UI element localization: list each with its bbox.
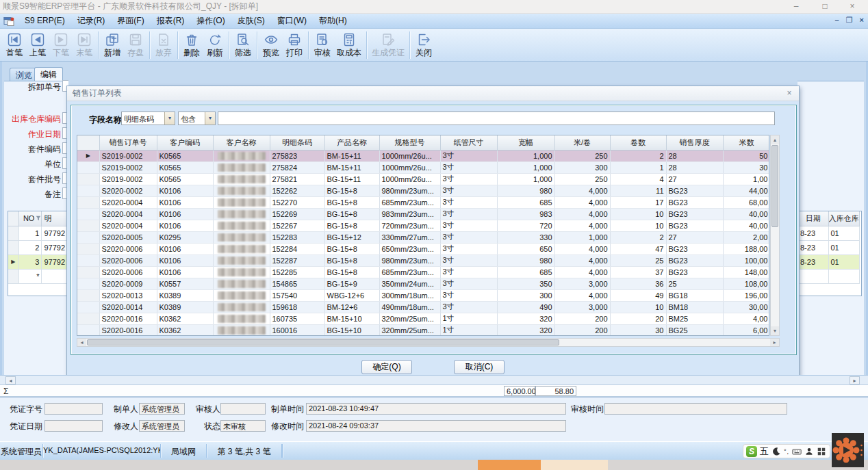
grid-col-7[interactable]: 宽幅 <box>497 135 554 150</box>
sogou-icon[interactable]: S <box>746 446 757 457</box>
table-row[interactable]: S2019-0002K0565275821BG-15+111000mm/26u.… <box>77 173 769 185</box>
minimize-button[interactable]: – <box>783 0 809 14</box>
hscroll-thumb[interactable] <box>87 339 559 345</box>
toolbar-button-refresh[interactable]: 刷新 <box>203 30 227 60</box>
grid-col-5[interactable]: 规格型号 <box>379 135 440 150</box>
grid-horizontal-scrollbar[interactable]: ◂ ▸ <box>77 338 780 347</box>
table-row[interactable]: S2020-0004K0106152267BG-15+8720mm/23um..… <box>77 220 769 231</box>
table-row[interactable]: S2020-0006K0106152285BG-15+8685mm/23um..… <box>77 266 769 278</box>
mdi-restore-button[interactable]: ❐ <box>846 16 853 25</box>
table-row[interactable]: ▶397792 <box>8 254 68 269</box>
toolbar-button-preview[interactable]: 预览 <box>259 30 283 60</box>
grid-col-11[interactable]: 米数 <box>723 135 769 150</box>
close-button[interactable]: × <box>839 0 865 14</box>
ime-mode-label[interactable]: 五 <box>760 445 769 458</box>
scroll-left-icon[interactable]: ◂ <box>77 339 86 346</box>
tab-edit[interactable]: 编辑 <box>34 67 63 81</box>
toolbar-button-add[interactable]: 新增 <box>101 30 124 60</box>
toolbar-button-delete[interactable]: 删除 <box>180 30 203 60</box>
grid-col-1[interactable]: 客户编码 <box>157 135 213 150</box>
table-row[interactable]: S2020-0006K0106152284BG-15+8650mm/23um..… <box>77 243 769 254</box>
chevron-down-icon[interactable]: ▾ <box>164 112 175 125</box>
table-row[interactable]: S2020-0013K0389157540WBG-12+6300mm/18um.… <box>77 289 769 301</box>
chevron-down-icon[interactable]: ▾ <box>205 112 215 125</box>
operator-select[interactable]: 包含 ▾ <box>178 112 216 125</box>
table-row[interactable]: 8-2301 <box>798 254 859 269</box>
grid-col-4[interactable]: 产品名称 <box>324 135 379 150</box>
detail-grid-left-table: NO明197792297792▶397792* <box>8 211 68 284</box>
toolbar-button-close[interactable]: 关闭 <box>412 30 435 60</box>
vscroll-thumb[interactable] <box>771 145 778 227</box>
moon-icon[interactable] <box>771 447 781 456</box>
scroll-left-icon[interactable]: ◂ <box>5 376 16 384</box>
field-select[interactable]: 明细条码 ▾ <box>121 112 175 125</box>
table-row[interactable]: S2020-0016K0362160735BM-15+10320mm/25um.… <box>77 313 769 324</box>
left-grid-col-code[interactable]: 明 <box>42 211 68 226</box>
toolbar-button-first[interactable]: 首笔 <box>3 30 26 60</box>
scroll-right-icon[interactable]: ▸ <box>770 339 779 346</box>
menu-item[interactable]: 报表(R) <box>151 14 191 27</box>
table-row[interactable]: S2020-0004K0106152269BG-15+8983mm/23um..… <box>77 208 769 220</box>
scroll-up-icon[interactable]: ▴ <box>771 135 779 144</box>
scroll-right-icon[interactable]: ▸ <box>850 376 860 384</box>
toolbar-button-prev[interactable]: 上笔 <box>26 30 49 60</box>
detail-grid-right[interactable]: 日期入库仓库8-23018-23018-2301 <box>797 211 862 296</box>
table-row[interactable]: S2020-0006K0106152287BG-15+8980mm/23um..… <box>77 254 769 266</box>
menu-item[interactable]: 窗口(W) <box>271 14 313 27</box>
grid-col-3[interactable]: 明细条码 <box>270 135 324 150</box>
scroll-down-icon[interactable]: ▾ <box>771 326 779 335</box>
table-row[interactable]: S2020-0014K0389159618BM-12+6490mm/18um..… <box>77 301 769 313</box>
menu-item[interactable]: 记录(R) <box>71 14 112 27</box>
table-row[interactable]: 197792 <box>8 226 68 240</box>
taskbar-active-button[interactable] <box>478 460 541 470</box>
cancel-button[interactable]: 取消(C) <box>454 360 505 374</box>
grid-col-10[interactable]: 销售厚度 <box>666 135 723 150</box>
grid-col-8[interactable]: 米/卷 <box>554 135 610 150</box>
mdi-minimize-button[interactable]: – <box>835 16 839 25</box>
grid-col-6[interactable]: 纸管尺寸 <box>440 135 497 150</box>
table-row[interactable]: S2020-0009K0557154865BG-15+9350mm/24um..… <box>77 278 769 289</box>
detail-grid-left[interactable]: NO明197792297792▶397792* <box>8 211 68 296</box>
menu-item[interactable]: S9 ERP(E) <box>18 14 71 27</box>
table-row[interactable]: S2019-0002K0565275824BM-15+111000mm/26u.… <box>77 161 769 173</box>
footer-label: 审核人 <box>194 404 220 415</box>
grid-vertical-scrollbar[interactable]: ▴ ▾ <box>770 135 780 336</box>
person-icon[interactable] <box>804 447 814 456</box>
toolbox-grid-icon[interactable] <box>817 447 826 456</box>
table-row[interactable]: S2020-0004K0106152270BG-15+8685mm/23um..… <box>77 196 769 208</box>
mdi-close-button[interactable]: × <box>860 16 864 25</box>
ok-button[interactable]: 确定(Q) <box>361 360 412 374</box>
grid-col-0[interactable]: 销售订单号 <box>99 135 157 150</box>
punctuation-icon[interactable]: °, <box>784 448 789 455</box>
left-grid-col-no[interactable]: NO <box>18 211 42 226</box>
sales-order-grid[interactable]: 销售订单号客户编码客户名称明细条码产品名称规格型号纸管尺寸宽幅米/卷卷数销售厚度… <box>77 135 769 336</box>
filter-value-input[interactable] <box>218 112 775 125</box>
table-row[interactable]: S2020-0002K0106152262BG-15+8980mm/23um..… <box>77 185 769 196</box>
table-row[interactable]: 8-2301 <box>798 240 859 254</box>
dialog-close-icon[interactable]: × <box>784 88 795 99</box>
grid-col-9[interactable]: 卷数 <box>610 135 666 150</box>
brand-logo[interactable] <box>832 433 864 467</box>
right-grid-col-date[interactable]: 日期 <box>798 211 828 226</box>
toolbar-button-cost[interactable]: 取成本 <box>334 30 364 60</box>
toolbar-button-filter[interactable]: 筛选 <box>231 30 255 60</box>
right-grid-col-warehouse[interactable]: 入库仓库 <box>828 211 859 226</box>
filter-funnel-icon[interactable] <box>36 214 41 220</box>
menu-item[interactable]: 帮助(H) <box>313 14 353 27</box>
table-row[interactable]: * <box>8 269 68 283</box>
grid-col-2[interactable]: 客户名称 <box>213 135 270 150</box>
menu-item[interactable]: 皮肤(S) <box>231 14 271 27</box>
toolbar-button-print[interactable]: 打印 <box>283 30 306 60</box>
footer-label: 状态 <box>194 421 220 432</box>
table-row[interactable]: S2020-0016K0362160016BG-15+10320mm/25um.… <box>77 324 769 336</box>
menu-item[interactable]: 操作(O) <box>190 14 231 27</box>
table-row[interactable]: S2020-0005K0295152283BG-15+12330mm/27um.… <box>77 231 769 243</box>
table-row[interactable]: 297792 <box>8 240 68 254</box>
menu-item[interactable]: 界面(F) <box>111 14 150 27</box>
keyboard-icon[interactable] <box>792 447 802 456</box>
table-row[interactable]: ▶S2019-0002K0565275823BM-15+111000mm/26u… <box>77 150 769 161</box>
table-row[interactable]: 8-2301 <box>798 226 859 240</box>
toolbar-button-audit[interactable]: 审核 <box>311 30 334 60</box>
maximize-button[interactable]: □ <box>812 0 838 14</box>
taskbar-button[interactable] <box>541 460 608 470</box>
